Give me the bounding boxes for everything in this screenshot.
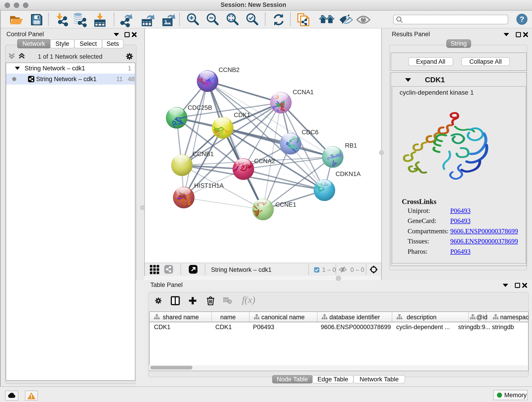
svg-text:HIST1H1A: HIST1H1A — [194, 182, 224, 189]
svg-text:CDC6: CDC6 — [302, 129, 318, 136]
svg-text:CCNE1: CCNE1 — [275, 201, 297, 208]
svg-text:RB1: RB1 — [345, 142, 357, 149]
svg-text:CCNA2: CCNA2 — [254, 158, 275, 165]
svg-text:CDC25B: CDC25B — [188, 104, 212, 111]
svg-text:CCNB2: CCNB2 — [219, 66, 240, 73]
svg-text:?: ? — [520, 15, 524, 23]
svg-text:CCNA1: CCNA1 — [293, 89, 314, 96]
svg-text:CDK1: CDK1 — [234, 112, 250, 119]
svg-text:CDKN1A: CDKN1A — [336, 171, 361, 177]
svg-text:CCNB1: CCNB1 — [193, 151, 214, 157]
